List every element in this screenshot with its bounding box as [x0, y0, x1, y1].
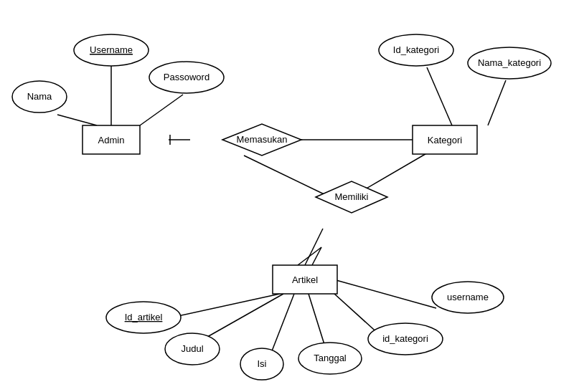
svg-line-1 [57, 115, 97, 125]
attribute-passoword-label: Passoword [164, 72, 210, 82]
attribute-id-kategori2-label: id_kategori [382, 333, 428, 344]
entity-kategori-label: Kategori [428, 135, 463, 145]
attribute-judul-label: Judul [181, 343, 203, 354]
entity-artikel-label: Artikel [292, 274, 318, 285]
svg-line-18 [298, 247, 321, 265]
svg-line-13 [197, 294, 283, 343]
svg-line-7 [427, 67, 452, 125]
relationship-memiliki-label: Memiliki [335, 191, 369, 202]
attribute-id-artikel-label: Id_artikel [125, 312, 163, 322]
attribute-nama-kategori-label: Nama_kategori [478, 57, 541, 68]
attribute-tanggal-label: Tanggal [314, 353, 347, 363]
svg-line-8 [488, 80, 506, 125]
svg-line-11 [305, 229, 323, 265]
attribute-nama-label: Nama [27, 91, 52, 102]
attribute-username2-label: username [447, 292, 489, 302]
svg-line-19 [312, 247, 321, 265]
attribute-id-kategori-label: Id_kategori [393, 44, 439, 55]
svg-line-2 [140, 95, 183, 125]
svg-line-17 [334, 279, 436, 308]
attribute-username-label: Username [90, 44, 133, 55]
er-diagram: Admin Kategori Artikel Memasukan Memilik… [0, 0, 579, 392]
svg-line-12 [165, 294, 280, 319]
attribute-isi-label: Isi [258, 358, 267, 369]
svg-line-14 [269, 294, 294, 358]
entity-admin-label: Admin [98, 135, 125, 145]
svg-line-9 [244, 156, 330, 197]
relationship-memasukan-label: Memasukan [237, 134, 288, 145]
